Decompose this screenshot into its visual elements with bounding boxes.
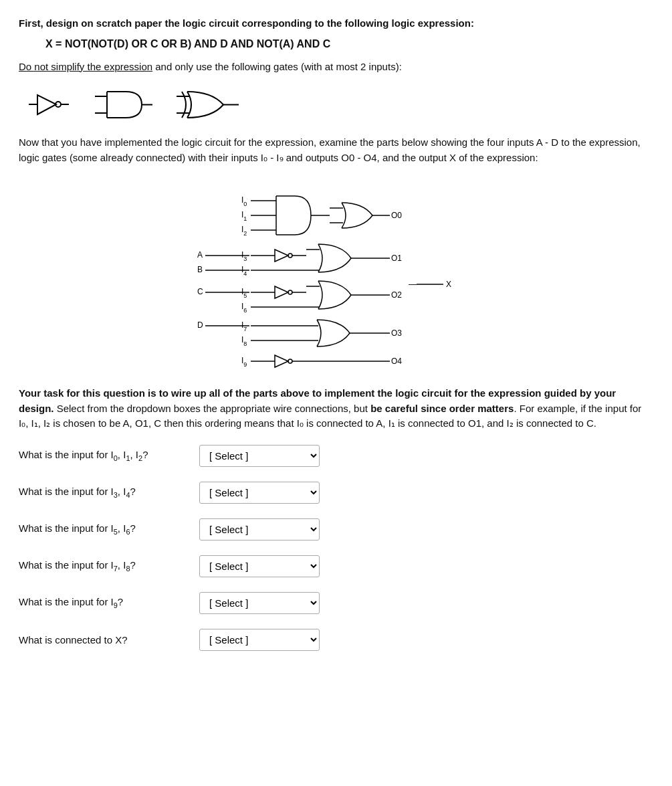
q1-select[interactable]: [ Select ] [199, 445, 320, 467]
i8-label: I8 [241, 335, 247, 347]
i7-label: I7 [241, 320, 247, 332]
question-row-4: What is the input for I7, I8? [ Select ] [19, 555, 653, 577]
do-not-simplify: Do not simplify the expression [19, 61, 152, 72]
intro-text: First, design on scratch paper the logic… [19, 16, 653, 31]
task-text-2: Select from the dropdown boxes the appro… [54, 403, 371, 414]
question-row-5: What is the input for I9? [ Select ] [19, 592, 653, 614]
and-gate-icon [94, 86, 154, 123]
i5-label: I5 [241, 287, 247, 299]
q2-label: What is the input for I3, I4? [19, 486, 193, 499]
expression: X = NOT(NOT(D) OR C OR B) AND D AND NOT(… [45, 38, 653, 50]
q3-select[interactable]: [ Select ] [199, 518, 320, 541]
q1-label: What is the input for I0, I1, I2? [19, 449, 193, 462]
question-row-6: What is connected to X? [ Select ] [19, 629, 653, 651]
b-label: B [197, 265, 203, 274]
task-description: Your task for this question is to wire u… [19, 386, 653, 431]
i2-label: I2 [241, 225, 247, 237]
i1-label: I1 [241, 210, 247, 222]
d-label: D [197, 320, 203, 330]
or-gate-icon [175, 86, 242, 123]
question-row-3: What is the input for I5, I6? [ Select ] [19, 518, 653, 541]
body-text: Now that you have implemented the logic … [19, 135, 653, 165]
svg-marker-35 [275, 286, 288, 298]
o2-label: O2 [391, 290, 402, 300]
gate-instructions: Do not simplify the expression and only … [19, 60, 653, 75]
q2-select[interactable]: [ Select ] [199, 482, 320, 504]
i9-label: I9 [241, 356, 247, 368]
intro-bold-text: First, design on scratch paper the logic… [19, 17, 474, 29]
svg-marker-1 [37, 95, 56, 114]
q4-select[interactable]: [ Select ] [199, 555, 320, 577]
o0-label: O0 [391, 211, 402, 220]
questions-section: What is the input for I0, I1, I2? [ Sele… [19, 445, 653, 651]
x-label: X [446, 280, 451, 289]
i6-label: I6 [241, 302, 247, 314]
q6-select[interactable]: [ Select ] [199, 629, 320, 651]
c-label: C [197, 287, 203, 296]
a-label: A [197, 250, 203, 260]
question-row-1: What is the input for I0, I1, I2? [ Sele… [19, 445, 653, 467]
not-gate-icon [25, 90, 72, 120]
q3-label: What is the input for I5, I6? [19, 522, 193, 536]
task-bold-2: be careful since order matters [370, 403, 514, 414]
i4-label: I4 [241, 265, 247, 277]
o1-label: O1 [391, 254, 402, 263]
circuit-diagram: I0 I1 I2 I3 I4 I5 I6 I7 I8 I9 A B C D [19, 177, 653, 371]
i0-label: I0 [241, 195, 247, 207]
q4-label: What is the input for I7, I8? [19, 559, 193, 573]
x-dash: — [409, 280, 417, 289]
gates-row [25, 86, 653, 123]
i3-label: I3 [241, 250, 247, 262]
question-row-2: What is the input for I3, I4? [ Select ] [19, 482, 653, 504]
gate-instructions-suffix: and only use the following gates (with a… [152, 61, 402, 72]
o4-label: O4 [391, 357, 402, 366]
o3-label: O3 [391, 328, 402, 338]
q5-label: What is the input for I9? [19, 596, 193, 609]
svg-marker-28 [275, 250, 288, 262]
circuit-svg: I0 I1 I2 I3 I4 I5 I6 I7 I8 I9 A B C D [196, 177, 477, 371]
q5-select[interactable]: [ Select ] [199, 592, 320, 614]
q6-label: What is connected to X? [19, 634, 193, 646]
svg-marker-45 [275, 355, 288, 367]
